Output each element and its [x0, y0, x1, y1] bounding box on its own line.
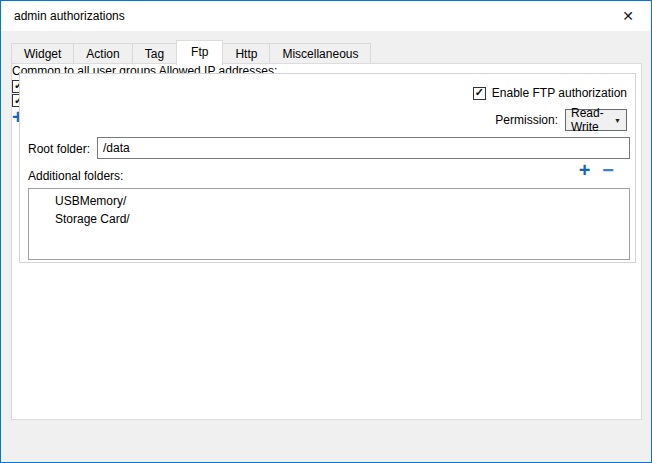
root-folder-input[interactable]	[97, 137, 630, 159]
close-button[interactable]: ✕	[605, 1, 651, 31]
root-folder-label: Root folder:	[28, 142, 90, 156]
check-icon: ✓	[475, 87, 484, 98]
tab-tag[interactable]: Tag	[132, 43, 177, 64]
ftp-tab-page: ✓ Enable FTP authorization Permission: R…	[11, 63, 642, 420]
list-item[interactable]: USBMemory/	[29, 192, 629, 210]
permission-label: Permission:	[495, 113, 558, 127]
tab-action[interactable]: Action	[73, 43, 132, 64]
title-bar: admin authorizations ✕	[1, 1, 651, 31]
tab-miscellaneous[interactable]: Miscellaneous	[269, 43, 371, 64]
folder-name: Storage Card/	[55, 212, 130, 226]
tab-label: Ftp	[191, 45, 208, 59]
tab-strip: Widget Action Tag Ftp Http Miscellaneous	[11, 39, 370, 64]
chevron-down-icon: ▼	[614, 117, 621, 124]
tab-label: Action	[86, 47, 119, 61]
enable-ftp-checkbox[interactable]: ✓	[473, 87, 486, 100]
tab-label: Miscellaneous	[282, 47, 358, 61]
folder-icon	[35, 195, 48, 208]
tab-widget[interactable]: Widget	[11, 43, 74, 64]
permission-dropdown[interactable]: Read-Write ▼	[565, 109, 627, 131]
remove-folder-button[interactable]: −	[602, 160, 614, 180]
additional-folders-label: Additional folders:	[28, 169, 123, 183]
tab-label: Http	[235, 47, 257, 61]
permission-row: Permission: Read-Write ▼	[495, 109, 627, 131]
admin-authorizations-dialog: admin authorizations ✕ Widget Action Tag…	[0, 0, 652, 463]
tab-http[interactable]: Http	[222, 43, 270, 64]
close-icon: ✕	[622, 8, 634, 24]
additional-folders-list[interactable]: USBMemory/ Storage Card/	[28, 188, 630, 260]
folder-name: USBMemory/	[55, 194, 126, 208]
enable-ftp-row: ✓ Enable FTP authorization	[473, 86, 627, 100]
tab-label: Tag	[145, 47, 164, 61]
additional-folders-actions: + −	[579, 160, 614, 180]
tab-label: Widget	[24, 47, 61, 61]
add-folder-button[interactable]: +	[579, 160, 591, 180]
folder-icon	[35, 213, 48, 226]
list-item[interactable]: Storage Card/	[29, 210, 629, 228]
permission-value: Read-Write	[571, 106, 611, 134]
enable-ftp-label: Enable FTP authorization	[492, 86, 627, 100]
window-title: admin authorizations	[14, 9, 125, 23]
ftp-settings-panel: ✓ Enable FTP authorization Permission: R…	[19, 73, 636, 263]
tab-ftp[interactable]: Ftp	[176, 40, 223, 65]
